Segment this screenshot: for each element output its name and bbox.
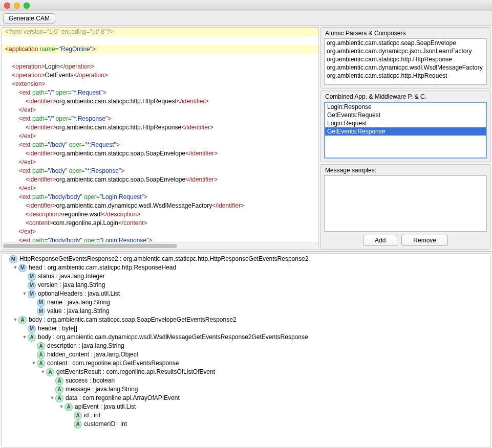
tree-node[interactable]: Mvalue : java.lang.String — [3, 307, 489, 316]
attribute-icon: A — [55, 386, 63, 394]
tree-node[interactable]: Ahidden_content : java.lang.Object — [3, 350, 489, 359]
tree-label: body : org.ambientic.cam.staticpc.soap.S… — [29, 316, 237, 324]
tree-node[interactable]: Mstatus : java.lang.Integer — [3, 272, 489, 281]
minimize-icon[interactable] — [14, 3, 20, 9]
method-icon: M — [18, 264, 27, 272]
atomic-title: Atomic Parsers & Composers — [324, 30, 487, 38]
toolbar: Generate CAM — [0, 11, 492, 26]
atomic-list[interactable]: org.ambientic.cam.staticpc.soap.SoapEnve… — [324, 38, 487, 85]
samples-panel: Message samples: Add Remove — [320, 164, 490, 250]
atomic-panel: Atomic Parsers & Composers org.ambientic… — [320, 27, 490, 88]
list-item[interactable]: GetEvents:Request — [325, 111, 486, 119]
tree-toggle-icon[interactable]: ▼ — [58, 402, 65, 411]
tree-label: getEventsResult : com.regonline.api.Resu… — [56, 368, 215, 376]
combined-title: Combined App. & Middleware P. & C. — [324, 93, 487, 102]
tree-node[interactable]: ▼Adata : com.regonline.api.ArrayOfAPIEve… — [3, 394, 489, 402]
combined-panel: Combined App. & Middleware P. & C. Login… — [320, 91, 490, 162]
tree-node[interactable]: Mheader : byte[] — [3, 324, 489, 333]
tree-label: apiEvent : java.util.List — [75, 402, 136, 411]
tree-node[interactable]: ▼Acontent : com.regonline.api.GetEventsR… — [3, 359, 489, 368]
method-icon: M — [28, 325, 36, 333]
tree-node[interactable]: Aid : int — [3, 411, 489, 420]
tree-label: name : java.lang.String — [47, 298, 110, 307]
attribute-icon: A — [55, 394, 63, 402]
tree-toggle-icon[interactable]: ▼ — [31, 359, 37, 368]
attribute-icon: A — [18, 316, 27, 324]
tree-toggle-icon[interactable]: ▼ — [22, 333, 28, 342]
tree-node[interactable]: ▼AgetEventsResult : com.regonline.api.Re… — [3, 368, 489, 376]
tree-node[interactable]: Asuccess : boolean — [3, 376, 489, 385]
close-icon[interactable] — [4, 3, 10, 9]
structure-tree[interactable]: MHttpResponseGetEventsResponse2 : org.am… — [2, 253, 490, 447]
tree-node[interactable]: ▼AapiEvent : java.util.List — [3, 402, 489, 411]
tree-node[interactable]: Mname : java.lang.String — [3, 298, 489, 307]
attribute-icon: A — [74, 420, 82, 429]
tree-label: version : java.lang.String — [38, 281, 105, 289]
list-item[interactable]: org.ambientic.cam.staticpc.http.HttpRequ… — [325, 72, 486, 80]
list-item[interactable]: org.ambientic.cam.staticpc.http.HttpResp… — [325, 55, 486, 63]
tree-label: HttpResponseGetEventsResponse2 : org.amb… — [19, 255, 308, 263]
method-icon: M — [9, 255, 17, 263]
tree-label: description : java.lang.String — [47, 342, 124, 350]
tree-label: hidden_content : java.lang.Object — [47, 350, 138, 359]
attribute-icon: A — [46, 368, 54, 376]
attribute-icon: A — [37, 342, 45, 350]
xml-editor[interactable]: <?xml version="1.0" encoding="utf-8"?><a… — [2, 27, 319, 250]
samples-list[interactable] — [324, 175, 487, 232]
tree-label: status : java.lang.Integer — [38, 272, 105, 281]
tree-node[interactable]: Mversion : java.lang.String — [3, 281, 489, 289]
tree-label: id : int — [84, 411, 100, 420]
tree-label: head : org.ambientic.cam.staticpc.http.R… — [29, 263, 176, 272]
tree-label: customerID : int — [84, 420, 127, 429]
samples-title: Message samples: — [324, 167, 487, 175]
tree-label: optionalHeaders : java.util.List — [38, 289, 120, 298]
tree-node[interactable]: ▼Abody : org.ambientic.cam.staticpc.soap… — [3, 316, 489, 324]
attribute-icon: A — [55, 377, 63, 385]
tree-node[interactable]: AcustomerID : int — [3, 420, 489, 429]
tree-node[interactable]: ▼Abody : org.ambientic.cam.dynamicpc.wsd… — [3, 333, 489, 342]
list-item[interactable]: Login:Request — [325, 119, 486, 127]
method-icon: M — [28, 290, 36, 298]
list-item[interactable]: org.ambientic.cam.dynamicpc.wsdl.WsdlMes… — [325, 63, 486, 72]
method-icon: M — [37, 307, 45, 316]
tree-toggle-icon[interactable]: ▼ — [22, 289, 28, 298]
tree-label: value : java.lang.String — [47, 307, 109, 316]
tree-label: success : boolean — [66, 376, 115, 385]
tree-label: header : byte[] — [38, 324, 77, 333]
titlebar — [0, 0, 492, 11]
attribute-icon: A — [74, 412, 82, 420]
attribute-icon: A — [37, 360, 45, 368]
xml-scrollbar[interactable] — [2, 242, 318, 249]
method-icon: M — [37, 299, 45, 307]
tree-toggle-icon[interactable]: ▼ — [49, 394, 55, 402]
method-icon: M — [28, 281, 36, 289]
attribute-icon: A — [65, 403, 73, 411]
tree-label: content : com.regonline.api.GetEventsRes… — [47, 359, 179, 368]
tree-toggle-icon[interactable]: ▼ — [12, 316, 18, 324]
tree-node[interactable]: ▼MoptionalHeaders : java.util.List — [3, 289, 489, 298]
tree-node[interactable]: Adescription : java.lang.String — [3, 342, 489, 350]
attribute-icon: A — [28, 333, 36, 342]
list-item[interactable]: Login:Response — [325, 103, 486, 111]
method-icon: M — [28, 273, 36, 281]
tree-toggle-icon[interactable]: ▼ — [40, 368, 46, 376]
tree-label: data : com.regonline.api.ArrayOfAPIEvent — [66, 394, 180, 402]
generate-cam-button[interactable]: Generate CAM — [3, 13, 55, 24]
attribute-icon: A — [37, 351, 45, 359]
list-item[interactable]: org.ambientic.cam.staticpc.soap.SoapEnve… — [325, 39, 486, 47]
tree-node[interactable]: Amessage : java.lang.String — [3, 385, 489, 394]
add-button[interactable]: Add — [363, 235, 397, 246]
tree-label: message : java.lang.String — [66, 385, 138, 394]
remove-button[interactable]: Remove — [401, 235, 448, 246]
tree-toggle-icon[interactable]: ▼ — [12, 263, 18, 272]
list-item[interactable]: GetEvents:Response — [325, 127, 486, 136]
zoom-icon[interactable] — [24, 3, 30, 9]
tree-node[interactable]: MHttpResponseGetEventsResponse2 : org.am… — [3, 255, 489, 263]
tree-label: body : org.ambientic.cam.dynamicpc.wsdl.… — [38, 333, 308, 342]
list-item[interactable]: org.ambientic.cam.dynamicpc.json.JsonLea… — [325, 47, 486, 55]
combined-list[interactable]: Login:ResponseGetEvents:RequestLogin:Req… — [324, 102, 487, 159]
tree-node[interactable]: ▼Mhead : org.ambientic.cam.staticpc.http… — [3, 263, 489, 272]
